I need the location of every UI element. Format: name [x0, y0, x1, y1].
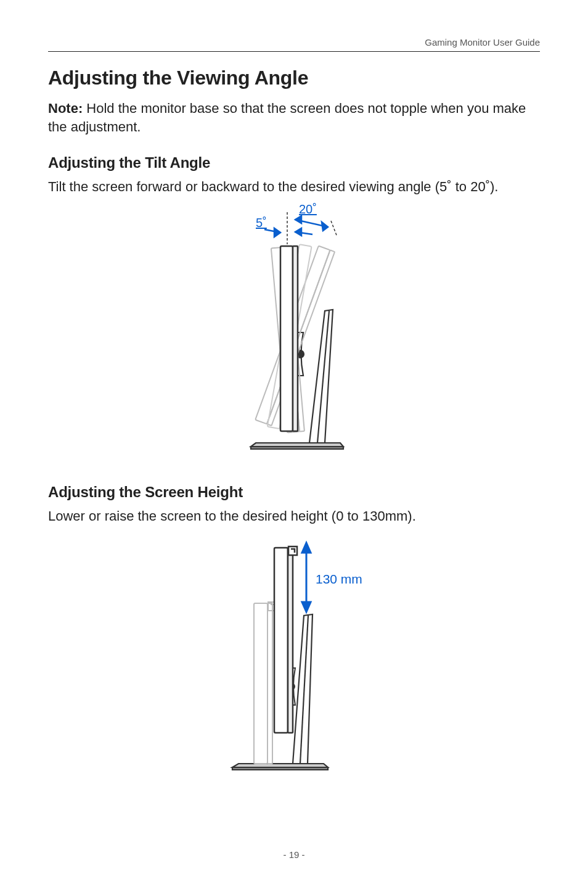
svg-rect-8: [293, 246, 298, 431]
svg-marker-16: [274, 228, 280, 237]
svg-marker-12: [322, 222, 328, 231]
svg-rect-25: [288, 547, 297, 555]
tilt-heading: Adjusting the Tilt Angle: [48, 154, 540, 171]
page-number: - 19 -: [0, 849, 588, 860]
svg-marker-14: [295, 228, 301, 236]
tilt-text: Tilt the screen forward or backward to t…: [48, 178, 540, 196]
page-title: Adjusting the Viewing Angle: [48, 67, 540, 89]
svg-line-17: [331, 221, 337, 237]
note-text: Hold the monitor base so that the screen…: [48, 101, 526, 134]
note-paragraph: Note: Hold the monitor base so that the …: [48, 99, 540, 136]
tilt-figure: 5˚ 20˚: [48, 200, 540, 461]
svg-rect-19: [254, 603, 267, 764]
height-text: Lower or raise the screen to the desired…: [48, 507, 540, 526]
height-label: 130 mm: [316, 572, 362, 586]
tilt-back-label: 20˚: [299, 202, 317, 216]
monitor-tilt-diagram-icon: 5˚ 20˚: [202, 200, 386, 459]
svg-marker-27: [302, 543, 311, 553]
height-heading: Adjusting the Screen Height: [48, 484, 540, 501]
monitor-height-diagram-icon: 130 mm: [195, 529, 393, 776]
tilt-forward-label: 5˚: [256, 216, 267, 229]
svg-rect-7: [280, 246, 293, 431]
svg-marker-11: [295, 216, 301, 223]
height-figure: 130 mm: [48, 529, 540, 778]
running-header: Gaming Monitor User Guide: [48, 37, 540, 52]
svg-rect-24: [288, 548, 293, 733]
svg-marker-28: [302, 602, 311, 612]
svg-rect-23: [274, 548, 288, 733]
svg-rect-20: [267, 603, 272, 764]
note-label: Note:: [48, 101, 83, 116]
